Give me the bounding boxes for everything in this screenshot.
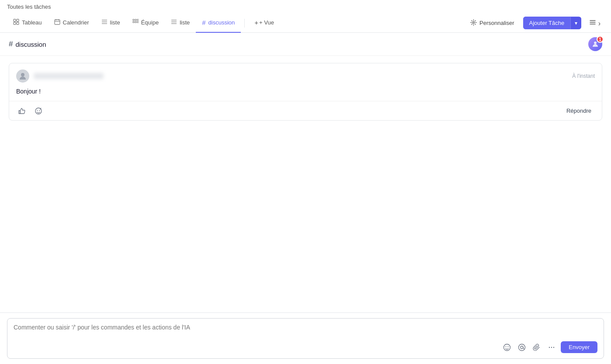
tab-discussion-label: discussion <box>208 19 235 26</box>
svg-point-30 <box>519 344 525 350</box>
svg-rect-13 <box>137 19 139 21</box>
page-header: # discussion 1 <box>0 33 611 56</box>
message-card: À l'instant Bonjour ! <box>9 63 602 121</box>
personnaliser-icon <box>470 19 477 27</box>
svg-point-27 <box>504 344 510 350</box>
svg-rect-1 <box>17 19 19 21</box>
nav-divider <box>244 19 245 28</box>
svg-rect-2 <box>14 22 16 24</box>
author-avatar <box>16 69 29 83</box>
breadcrumb: Toutes les tâches <box>0 0 611 14</box>
page-title: # discussion <box>9 40 46 49</box>
svg-rect-0 <box>14 19 16 21</box>
liste1-icon <box>101 19 108 26</box>
comment-input-box: Envoyer <box>7 318 604 359</box>
svg-point-31 <box>521 346 523 349</box>
calendrier-icon <box>54 19 60 26</box>
svg-rect-15 <box>135 21 136 23</box>
personnaliser-button[interactable]: Personnaliser <box>466 17 519 30</box>
nav-tabs: Tableau Calendrier <box>0 14 611 33</box>
svg-rect-23 <box>19 111 20 114</box>
notification-badge: 1 <box>597 36 604 43</box>
svg-rect-12 <box>135 19 136 21</box>
svg-rect-11 <box>133 19 134 21</box>
mention-button[interactable] <box>516 342 528 353</box>
comment-input[interactable] <box>14 324 597 338</box>
discussion-hash-icon: # <box>202 19 205 26</box>
react-button[interactable] <box>33 106 44 116</box>
reply-button[interactable]: Répondre <box>563 106 595 116</box>
svg-point-29 <box>508 346 509 347</box>
tab-liste1-label: liste <box>110 19 120 26</box>
svg-point-28 <box>506 346 507 347</box>
title-hash: # <box>9 40 13 49</box>
ajouter-tache-group: Ajouter Tâche ▾ <box>523 17 582 29</box>
tab-calendrier[interactable]: Calendrier <box>48 14 95 33</box>
attach-button[interactable] <box>531 342 542 353</box>
breadcrumb-label: Toutes les tâches <box>7 3 51 10</box>
liste2-icon <box>171 19 177 26</box>
comment-input-wrapper: Envoyer <box>0 312 611 364</box>
tableau-icon <box>13 19 19 26</box>
tab-discussion[interactable]: # discussion <box>196 14 241 33</box>
message-timestamp: À l'instant <box>572 73 595 79</box>
tab-equipe[interactable]: Équipe <box>126 14 165 33</box>
more-views-button[interactable]: › <box>586 16 604 30</box>
emoji-button[interactable] <box>501 342 513 353</box>
nav-tabs-left: Tableau Calendrier <box>7 14 466 33</box>
svg-point-22 <box>21 73 24 76</box>
svg-point-33 <box>551 347 552 347</box>
tab-equipe-label: Équipe <box>141 19 159 26</box>
svg-point-26 <box>39 110 40 111</box>
tab-liste2-label: liste <box>180 19 190 26</box>
svg-point-34 <box>553 347 554 347</box>
svg-rect-3 <box>17 22 19 24</box>
message-actions-left <box>16 106 44 116</box>
tab-liste2[interactable]: liste <box>165 14 196 33</box>
svg-point-21 <box>594 42 597 44</box>
title-text: discussion <box>15 41 46 48</box>
author-name-blurred <box>34 73 104 79</box>
equipe-icon <box>132 19 139 26</box>
message-header: À l'instant <box>9 63 602 86</box>
svg-point-20 <box>473 21 475 23</box>
svg-rect-4 <box>55 20 60 24</box>
envoyer-button[interactable]: Envoyer <box>561 341 597 353</box>
tab-calendrier-label: Calendrier <box>63 19 89 26</box>
message-body: Bonjour ! <box>9 86 602 101</box>
avatar-notification[interactable]: 1 <box>588 37 602 51</box>
ajouter-tache-chevron[interactable]: ▾ <box>570 17 581 29</box>
nav-tabs-right: Personnaliser Ajouter Tâche ▾ › <box>466 16 604 30</box>
comment-toolbar: Envoyer <box>14 341 597 353</box>
tab-tableau-label: Tableau <box>22 19 42 26</box>
like-button[interactable] <box>16 106 28 116</box>
tab-liste1[interactable]: liste <box>95 14 126 33</box>
personnaliser-label: Personnaliser <box>479 20 514 26</box>
add-view-label: + Vue <box>259 19 274 26</box>
ajouter-tache-button[interactable]: Ajouter Tâche <box>523 17 571 29</box>
more-options-button[interactable] <box>546 342 557 353</box>
message-text: Bonjour ! <box>16 88 41 95</box>
add-view-plus-icon: + <box>254 19 258 26</box>
message-author <box>16 69 104 83</box>
add-view-tab[interactable]: + + Vue <box>248 14 280 33</box>
discussion-area: À l'instant Bonjour ! <box>0 56 611 312</box>
tab-tableau[interactable]: Tableau <box>7 14 48 33</box>
message-actions: Répondre <box>9 101 602 120</box>
svg-rect-14 <box>133 21 134 23</box>
svg-point-32 <box>549 347 550 347</box>
page-header-right: 1 <box>588 37 602 51</box>
svg-point-25 <box>37 110 38 111</box>
svg-rect-16 <box>137 21 139 23</box>
